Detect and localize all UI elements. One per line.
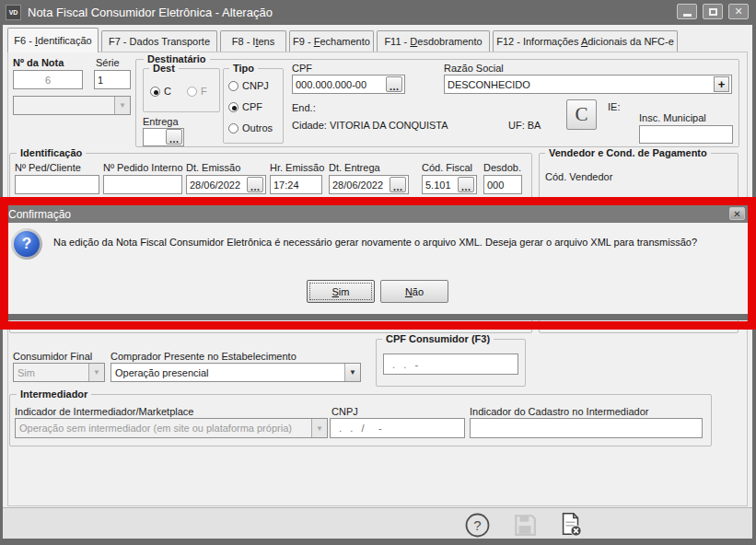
desdob-field[interactable]: 000 xyxy=(483,175,522,194)
window-titlebar: VD Nota Fiscal Consumidor Eletrônica - A… xyxy=(0,0,756,25)
cpf-label: CPF xyxy=(292,63,312,74)
radio-icon xyxy=(228,81,238,91)
ie-label: IE: xyxy=(608,101,620,112)
cnpj-intermediador-label: CNPJ xyxy=(331,406,358,417)
entrega-label: Entrega xyxy=(143,116,179,127)
minimize-icon xyxy=(683,14,692,17)
cpf-field[interactable]: 000.000.000-00 xyxy=(292,75,405,94)
radio-tipo-cpf[interactable]: CPF xyxy=(228,101,262,112)
maximize-icon xyxy=(709,8,717,16)
cpf-consumidor-group-title: CPF Consumidor (F3) xyxy=(382,333,494,344)
insc-municipal-label: Insc. Municipal xyxy=(639,112,706,123)
chevron-down-icon xyxy=(88,364,104,381)
tab-f7-dados-transporte[interactable]: F7 - Dados Transporte xyxy=(101,30,217,52)
ped-cliente-field[interactable] xyxy=(15,175,99,194)
radio-icon xyxy=(228,102,238,112)
bottom-toolbar xyxy=(3,507,752,539)
cpf-consumidor-field[interactable]: . . - xyxy=(383,354,518,375)
svg-text:?: ? xyxy=(473,517,481,533)
endereco-label: End.: xyxy=(292,102,316,113)
save-button[interactable] xyxy=(512,512,538,538)
pedido-interno-label: Nº Pedido Interno xyxy=(103,162,183,173)
dest-subgroup-title: Dest xyxy=(149,63,179,74)
razao-social-field[interactable]: DESCONHECIDO xyxy=(444,75,732,94)
cadastro-intermediador-label: Indicador do Cadastro no Intermediador xyxy=(470,406,648,417)
dialog-message: Na edição da Nota Fiscal Consumidor Elet… xyxy=(53,237,697,248)
pedido-interno-field[interactable] xyxy=(103,175,182,194)
dt-entrega-picker-button[interactable] xyxy=(390,177,406,192)
save-icon xyxy=(513,513,537,537)
radio-dest-c[interactable]: C xyxy=(150,86,171,97)
tipo-subgroup-title: Tipo xyxy=(229,63,258,74)
comprador-presente-label: Comprador Presente no Estabelecimento xyxy=(110,351,297,362)
maximize-button[interactable] xyxy=(703,4,723,19)
tab-f12-informacoes-adicionais[interactable]: F12 - Informações Adicionais da NFC-e xyxy=(493,30,678,52)
window-title: Nota Fiscal Consumidor Eletrônica - Alte… xyxy=(28,6,273,19)
tab-f9-fechamento[interactable]: F9 - Fechamento xyxy=(289,30,374,52)
dt-emissao-picker-button[interactable] xyxy=(247,177,263,192)
nota-label: Nº da Nota xyxy=(13,57,64,68)
serie-label: Série xyxy=(96,57,120,68)
help-button[interactable]: ? xyxy=(464,512,490,538)
dt-entrega-label: Dt. Entrega xyxy=(329,162,380,173)
identificacao-group-title: Identificação xyxy=(17,147,86,158)
dt-emissao-label: Dt. Emissão xyxy=(186,162,240,173)
cadastro-intermediador-field[interactable] xyxy=(470,418,703,438)
indicador-intermediador-combo[interactable]: Operação sem intermediador (em site ou p… xyxy=(15,418,328,438)
intermediador-group-title: Intermediador xyxy=(17,388,91,400)
nota-field[interactable]: 6 xyxy=(13,70,83,89)
comprador-presente-combo[interactable]: Operação presencial xyxy=(110,363,361,382)
desdob-label: Desdob. xyxy=(483,162,521,173)
dt-emissao-field[interactable]: 28/06/2022 xyxy=(186,175,266,194)
help-icon: ? xyxy=(465,513,490,538)
radio-icon xyxy=(228,123,238,133)
radio-dest-f[interactable]: F xyxy=(187,86,207,97)
tab-f8-itens[interactable]: F8 - Itens xyxy=(220,30,286,52)
tab-f6-identificacao[interactable]: F6 - Identificação xyxy=(7,28,99,52)
tab-f11-desdobramento[interactable]: F11 - Desdobramento xyxy=(377,30,490,52)
dialog-yes-button[interactable]: Sim xyxy=(307,280,375,303)
vendedor-group-title: Vendedor e Cond. de Pagamento xyxy=(545,147,711,158)
cod-fiscal-field[interactable]: 5.101 xyxy=(422,175,477,194)
close-button[interactable] xyxy=(728,4,749,19)
cancel-document-button[interactable] xyxy=(558,512,584,538)
chevron-down-icon xyxy=(311,419,327,437)
dialog-titlebar: Confirmação xyxy=(4,205,748,223)
dialog-no-button[interactable]: Não xyxy=(380,280,448,303)
cancel-document-icon xyxy=(558,511,584,539)
cpf-picker-button[interactable] xyxy=(386,76,402,92)
radio-icon xyxy=(150,87,160,97)
cnpj-intermediador-field[interactable]: . . / - xyxy=(330,418,465,438)
consumidor-final-label: Consumidor Final xyxy=(13,351,92,362)
hr-emissao-label: Hr. Emissão xyxy=(270,162,324,173)
cod-vendedor-label: Cód. Vendedor xyxy=(545,171,612,182)
hr-emissao-field[interactable]: 17:24 xyxy=(270,175,322,194)
chevron-down-icon xyxy=(344,364,360,381)
ped-cliente-label: Nº Ped/Cliente xyxy=(15,162,81,173)
nota-extra-combo[interactable] xyxy=(13,96,131,115)
radio-icon xyxy=(187,87,197,97)
radio-tipo-cnpj[interactable]: CNPJ xyxy=(228,80,269,91)
cod-fiscal-picker-button[interactable] xyxy=(458,177,474,192)
serie-field[interactable]: 1 xyxy=(94,70,131,89)
razao-social-label: Razão Social xyxy=(444,63,504,74)
dt-entrega-field[interactable]: 28/06/2022 xyxy=(329,175,409,194)
minimize-button[interactable] xyxy=(677,4,697,19)
insc-municipal-field[interactable] xyxy=(639,125,733,144)
chevron-down-icon xyxy=(114,97,130,114)
app-window: VD Nota Fiscal Consumidor Eletrônica - A… xyxy=(0,0,756,545)
uf-text: UF: BA xyxy=(508,120,541,131)
dialog-title: Confirmação xyxy=(4,208,71,221)
razao-social-add-button[interactable] xyxy=(714,76,729,92)
cidade-text: Cidade: VITORIA DA CONQUISTA xyxy=(292,120,448,131)
confirmation-dialog: Confirmação Na edição da Nota Fiscal Con… xyxy=(2,203,750,320)
consumidor-final-combo[interactable]: Sim xyxy=(13,363,105,382)
question-icon xyxy=(11,228,42,260)
app-icon: VD xyxy=(6,5,21,20)
radio-tipo-outros[interactable]: Outros xyxy=(228,122,273,133)
consumidor-c-button[interactable]: C xyxy=(566,99,597,130)
dialog-close-button[interactable] xyxy=(729,207,745,220)
entrega-picker-button[interactable] xyxy=(166,129,182,145)
indicador-intermediador-label: Indicador de Intermediador/Marketplace xyxy=(15,406,193,417)
cod-fiscal-label: Cód. Fiscal xyxy=(422,162,472,173)
